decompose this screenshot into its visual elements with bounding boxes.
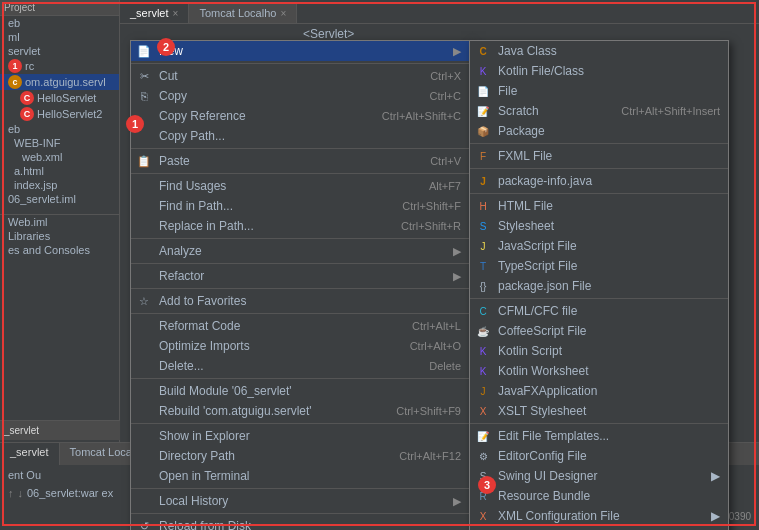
history-arrow-icon: ▶ <box>453 495 461 508</box>
submenu-swing[interactable]: S Swing UI Designer ▶ <box>470 466 728 486</box>
menu-item-analyze[interactable]: Analyze ▶ <box>131 241 469 261</box>
submenu-packagejson[interactable]: {} package.json File <box>470 276 728 296</box>
sidebar-label-helloservlet: HelloServlet <box>37 92 96 104</box>
editor-tab-servlet[interactable]: _servlet × <box>120 3 189 23</box>
sidebar-item-helloservlet2[interactable]: C HelloServlet2 <box>0 106 119 122</box>
menu-item-directory-path[interactable]: Directory Path Ctrl+Alt+F12 <box>131 446 469 466</box>
css-icon-sub: S <box>474 221 492 232</box>
submenu-resource-bundle[interactable]: R Resource Bundle <box>470 486 728 506</box>
sidebar-item-rc[interactable]: 1 rc <box>0 58 119 74</box>
sidebar-item-webiml[interactable]: Web.iml <box>0 215 119 229</box>
sidebar-item-ml[interactable]: ml <box>0 30 119 44</box>
submenu-diagram[interactable]: ⬡ Diagram ▶ <box>470 526 728 530</box>
submenu-java-class[interactable]: C Java Class <box>470 41 728 61</box>
sidebar-item-webinf[interactable]: WEB-INF <box>0 136 119 150</box>
menu-item-reload[interactable]: ↺ Reload from Disk <box>131 516 469 530</box>
reformat-shortcut: Ctrl+Alt+L <box>412 320 461 332</box>
submenu-editorconfig[interactable]: ⚙ EditorConfig File <box>470 446 728 466</box>
webiml-label: Web.iml <box>8 216 48 228</box>
tab-close-icon[interactable]: × <box>173 8 179 19</box>
menu-item-rebuild[interactable]: Rebuild 'com.atguigu.servlet' Ctrl+Shift… <box>131 401 469 421</box>
submenu-coffee[interactable]: ☕ CoffeeScript File <box>470 321 728 341</box>
tab-close-tomcat-icon[interactable]: × <box>280 8 286 19</box>
menu-item-new[interactable]: 📄 New ▶ <box>131 41 469 61</box>
sidebar-item-servlet[interactable]: servlet <box>0 44 119 58</box>
menu-item-add-favorites[interactable]: ☆ Add to Favorites <box>131 291 469 311</box>
submenu-package[interactable]: 📦 Package <box>470 121 728 141</box>
menu-item-copy-path[interactable]: Copy Path... <box>131 126 469 146</box>
menu-optimize-label: Optimize Imports <box>159 339 250 353</box>
submenu-cfml-label: CFML/CFC file <box>498 304 577 318</box>
submenu-scratch[interactable]: 📝 Scratch Ctrl+Alt+Shift+Insert <box>470 101 728 121</box>
menu-item-find-usages[interactable]: Find Usages Alt+F7 <box>131 176 469 196</box>
menu-copypath-label: Copy Path... <box>159 129 225 143</box>
sidebar-item-ahtml[interactable]: a.html <box>0 164 119 178</box>
submenu-package-info[interactable]: J package-info.java <box>470 171 728 191</box>
menu-item-paste[interactable]: 📋 Paste Ctrl+V <box>131 151 469 171</box>
submenu-ts[interactable]: T TypeScript File <box>470 256 728 276</box>
submenu-edit-templates[interactable]: 📝 Edit File Templates... <box>470 426 728 446</box>
menu-item-copy-reference[interactable]: Copy Reference Ctrl+Alt+Shift+C <box>131 106 469 126</box>
sidebar-item-indexjsp[interactable]: index.jsp <box>0 178 119 192</box>
copy-icon: ⎘ <box>135 90 153 102</box>
dirpath-shortcut: Ctrl+Alt+F12 <box>399 450 461 462</box>
bottom-tab-servlet[interactable]: _servlet <box>0 443 60 465</box>
menu-item-optimize-imports[interactable]: Optimize Imports Ctrl+Alt+O <box>131 336 469 356</box>
packageinfo-icon: J <box>474 176 492 187</box>
menu-item-build-module[interactable]: Build Module '06_servlet' <box>131 381 469 401</box>
find-in-path-shortcut: Ctrl+Shift+F <box>402 200 461 212</box>
sidebar-label-eb: eb <box>8 17 20 29</box>
sidebar-item-eb[interactable]: eb <box>0 16 119 30</box>
servlet-tab-label[interactable]: _servlet <box>4 423 116 438</box>
sidebar-item-iml[interactable]: 06_servlet.iml <box>0 192 119 206</box>
menu-item-open-terminal[interactable]: Open in Terminal <box>131 466 469 486</box>
submenu-javafx-label: JavaFXApplication <box>498 384 597 398</box>
rebuild-shortcut: Ctrl+Shift+F9 <box>396 405 461 417</box>
menu-analyze-label: Analyze <box>159 244 202 258</box>
submenu-resource-label: Resource Bundle <box>498 489 590 503</box>
cfml-icon-sub: C <box>474 306 492 317</box>
submenu-file-label: File <box>498 84 517 98</box>
submenu-xslt[interactable]: X XSLT Stylesheet <box>470 401 728 421</box>
xml-arrow-icon: ▶ <box>711 509 720 523</box>
sidebar-item-libraries[interactable]: Libraries <box>0 229 119 243</box>
submenu-scratch-label: Scratch <box>498 104 539 118</box>
favorites-icon: ☆ <box>135 295 153 308</box>
submenu-kotlin-label: Kotlin File/Class <box>498 64 584 78</box>
submenu-stylesheet[interactable]: S Stylesheet <box>470 216 728 236</box>
menu-item-copy[interactable]: ⎘ Copy Ctrl+C <box>131 86 469 106</box>
sidebar-item-webxml[interactable]: web.xml <box>0 150 119 164</box>
sidebar-item-eb2[interactable]: eb <box>0 122 119 136</box>
submenu-xml-config[interactable]: X XML Configuration File ▶ <box>470 506 728 526</box>
submenu-html[interactable]: H HTML File <box>470 196 728 216</box>
submenu-kworksheet[interactable]: K Kotlin Worksheet <box>470 361 728 381</box>
fxml-icon-sub: F <box>474 151 492 162</box>
submenu-xmlconfig-label: XML Configuration File <box>498 509 620 523</box>
webxml-label: web.xml <box>22 151 62 163</box>
submenu-kscript[interactable]: K Kotlin Script <box>470 341 728 361</box>
menu-item-reformat[interactable]: Reformat Code Ctrl+Alt+L <box>131 316 469 336</box>
kotlin-class-icon: K <box>474 66 492 77</box>
submenu-kotlin-class[interactable]: K Kotlin File/Class <box>470 61 728 81</box>
menu-item-local-history[interactable]: Local History ▶ <box>131 491 469 511</box>
sidebar-item-consoles[interactable]: es and Consoles <box>0 243 119 257</box>
iml-label: 06_servlet.iml <box>8 193 76 205</box>
submenu-js[interactable]: J JavaScript File <box>470 236 728 256</box>
menu-item-show-explorer[interactable]: Show in Explorer <box>131 426 469 446</box>
menu-item-delete[interactable]: Delete... Delete <box>131 356 469 376</box>
menu-item-find-in-path[interactable]: Find in Path... Ctrl+Shift+F <box>131 196 469 216</box>
submenu-javafx[interactable]: J JavaFXApplication <box>470 381 728 401</box>
sidebar-item-helloservlet[interactable]: C HelloServlet <box>0 90 119 106</box>
sidebar-item-package[interactable]: c om.atguigu.servl <box>0 74 119 90</box>
kworksheet-icon-sub: K <box>474 366 492 377</box>
menu-item-replace-in-path[interactable]: Replace in Path... Ctrl+Shift+R <box>131 216 469 236</box>
separator-5 <box>131 263 469 264</box>
menu-item-cut[interactable]: ✂ Cut Ctrl+X <box>131 66 469 86</box>
menu-item-refactor[interactable]: Refactor ▶ <box>131 266 469 286</box>
menu-explorer-label: Show in Explorer <box>159 429 250 443</box>
submenu-fxml[interactable]: F FXML File <box>470 146 728 166</box>
submenu-file[interactable]: 📄 File <box>470 81 728 101</box>
editor-tab-tomcat[interactable]: Tomcat Localho × <box>189 3 297 23</box>
js-icon-sub: J <box>474 241 492 252</box>
submenu-cfml[interactable]: C CFML/CFC file <box>470 301 728 321</box>
